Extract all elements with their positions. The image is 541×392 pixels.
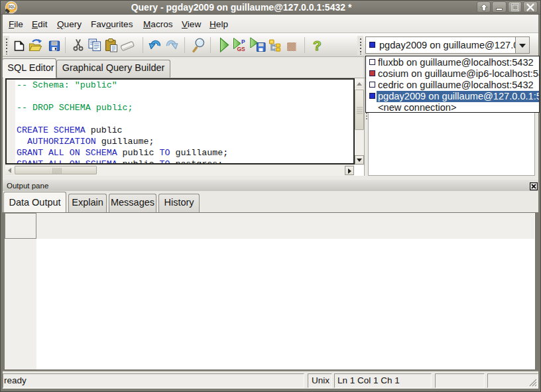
svg-text:?: ? [313,38,322,53]
svg-text:SQL: SQL [9,5,15,9]
svg-text:P: P [241,38,245,45]
svg-text:GS: GS [237,46,246,52]
